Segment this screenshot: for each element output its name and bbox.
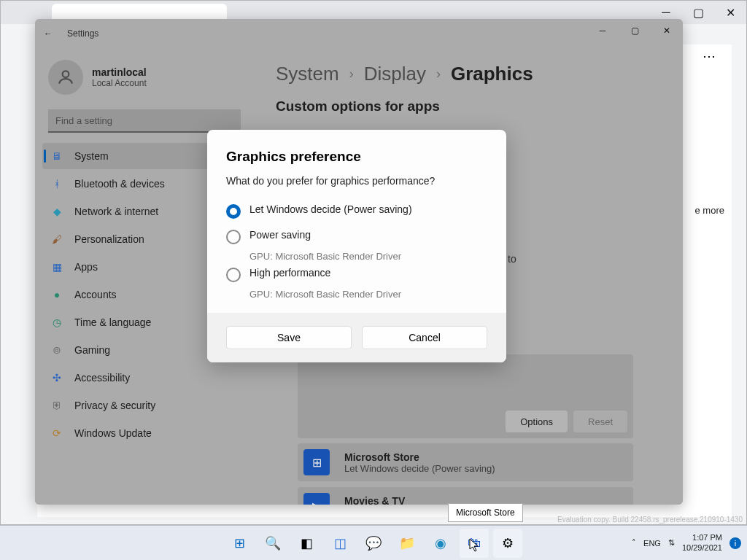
language-indicator[interactable]: ENG bbox=[643, 539, 661, 548]
close-icon[interactable]: ✕ bbox=[714, 1, 746, 24]
maximize-icon[interactable]: ▢ bbox=[682, 1, 714, 24]
radio-icon bbox=[226, 268, 241, 282]
tray-chevron-icon[interactable]: ˄ bbox=[632, 538, 636, 548]
radio-label: Power saving bbox=[249, 229, 311, 241]
radio-icon bbox=[226, 204, 241, 219]
dialog-subtitle: What do you prefer for graphics performa… bbox=[226, 175, 487, 187]
date-text: 10/29/2021 bbox=[682, 543, 722, 553]
network-icon[interactable]: ⇅ bbox=[668, 538, 675, 548]
widgets-icon[interactable]: ◫ bbox=[325, 529, 355, 558]
time-text: 1:07 PM bbox=[682, 533, 722, 542]
edge-icon[interactable]: ◉ bbox=[426, 529, 455, 558]
taskbar-tooltip: Microsoft Store bbox=[448, 503, 523, 522]
taskview-icon[interactable]: ◧ bbox=[292, 529, 321, 558]
notification-badge-icon[interactable]: i bbox=[729, 537, 741, 549]
radio-label: High performance bbox=[249, 267, 330, 279]
radio-option[interactable]: Power saving bbox=[226, 224, 487, 249]
radio-option[interactable]: High performance bbox=[226, 262, 487, 287]
dialog-title: Graphics preference bbox=[226, 149, 487, 165]
clock[interactable]: 1:07 PM 10/29/2021 bbox=[682, 533, 722, 552]
radio-label: Let Windows decide (Power saving) bbox=[249, 203, 412, 215]
chat-icon[interactable]: 💬 bbox=[359, 529, 388, 558]
cancel-button[interactable]: Cancel bbox=[362, 326, 487, 349]
radio-sublabel: GPU: Microsoft Basic Render Driver bbox=[249, 251, 487, 262]
graphics-preference-dialog: Graphics preference What do you prefer f… bbox=[207, 130, 506, 362]
radio-icon bbox=[226, 230, 241, 244]
settings-taskbar-icon[interactable]: ⚙ bbox=[493, 529, 522, 558]
show-more-text[interactable]: e more bbox=[695, 205, 724, 216]
cursor-icon bbox=[469, 538, 479, 553]
radio-option[interactable]: Let Windows decide (Power saving) bbox=[226, 198, 487, 224]
taskbar-tray: ˄ ENG ⇅ 1:07 PM 10/29/2021 i bbox=[632, 533, 741, 552]
taskbar: ⊞ 🔍 ◧ ◫ 💬 📁 ◉ 🛍 ⚙ ˄ ENG ⇅ 1:07 PM 10/29/… bbox=[0, 525, 747, 560]
dialog-footer: Save Cancel bbox=[207, 313, 506, 362]
more-icon[interactable]: ⋯ bbox=[703, 48, 717, 64]
start-icon[interactable]: ⊞ bbox=[225, 529, 254, 558]
save-button[interactable]: Save bbox=[226, 326, 352, 349]
radio-sublabel: GPU: Microsoft Basic Render Driver bbox=[249, 289, 487, 300]
explorer-icon[interactable]: 📁 bbox=[392, 529, 422, 558]
evaluation-watermark: Evaluation copy. Build 22458.rs_prerelea… bbox=[557, 516, 743, 524]
search-icon[interactable]: 🔍 bbox=[258, 529, 287, 558]
